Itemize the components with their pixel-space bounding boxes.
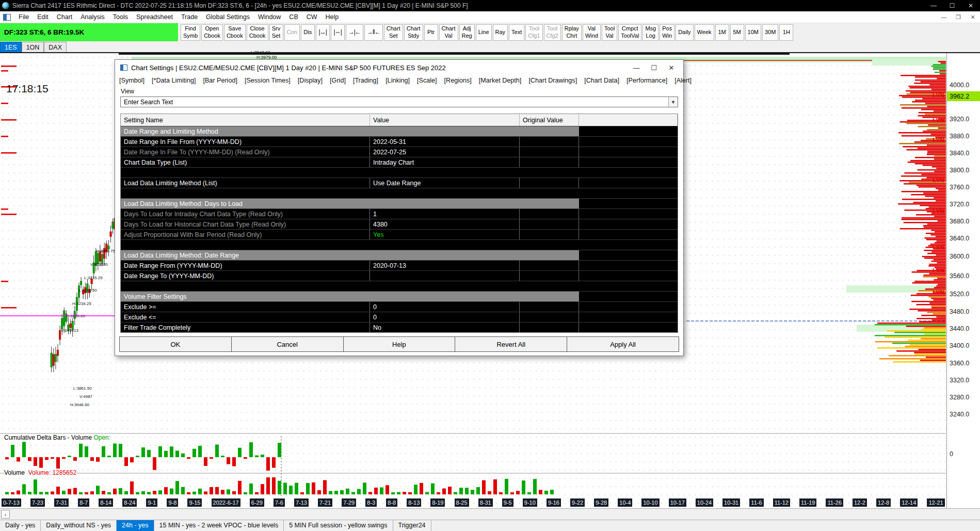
dialog-tab-symbol[interactable]: [Symbol]: [119, 77, 144, 84]
menu-window[interactable]: Window: [254, 12, 285, 22]
dialog-close-button[interactable]: ✕: [663, 64, 680, 72]
chart-tab-1es[interactable]: 1ES: [0, 42, 22, 52]
toolbar-button-10m[interactable]: 10M: [745, 24, 761, 41]
toolbar-button-tool-cfg2[interactable]: ToolCfg2: [544, 24, 561, 41]
chevron-down-icon[interactable]: ▼: [668, 97, 678, 107]
toolbar-button-close-cbook[interactable]: CloseCbook: [247, 24, 268, 41]
minimize-button[interactable]: —: [924, 2, 943, 9]
toolbar-button-msg-log[interactable]: MsgLog: [642, 24, 658, 41]
setting-row-exclude[interactable]: Exclude <=0: [121, 312, 678, 322]
toolbar-increase-bar-spacing-icon[interactable]: |⇔|: [331, 24, 345, 41]
chartbook-tab-15-min-yes-2-week-vpoc-blue-levels[interactable]: 15 MIN - yes - 2 week VPOC - blue levels: [154, 520, 284, 531]
chart-tab-1on[interactable]: 1ON: [22, 42, 44, 52]
toolbar-button-adj-reg[interactable]: AdjReg: [459, 24, 475, 41]
setting-row-adjust-proportional-with-bar-period-read-only[interactable]: Adjust Proportional With Bar Period (Rea…: [121, 229, 678, 239]
toolbar-button-cmpct-toolval[interactable]: CmpctToolVal: [618, 24, 641, 41]
setting-row-date-range-in-file-from-yyyy-mm-dd[interactable]: Date Range In File From (YYYY-MM-DD)2022…: [121, 136, 678, 147]
dialog-tab-grid[interactable]: [Grid]: [330, 77, 346, 84]
revert-all-button[interactable]: Revert All: [455, 337, 567, 351]
dialog-tab-trading[interactable]: [Trading]: [353, 77, 378, 84]
child-minimize-button[interactable]: —: [937, 14, 951, 21]
cancel-button[interactable]: Cancel: [232, 337, 344, 351]
dialog-tab-data-limiting[interactable]: [*Data Limiting]: [152, 77, 196, 84]
toolbar-decrease-bar-spacing-icon[interactable]: |↔|: [316, 24, 330, 41]
chart-tab-dax[interactable]: DAX: [44, 42, 67, 52]
toolbar-button-pos-win[interactable]: PosWin: [660, 24, 674, 41]
child-restore-button[interactable]: ❐: [951, 14, 966, 21]
menu-chart[interactable]: Chart: [53, 12, 77, 22]
toolbar-button-chart-val[interactable]: ChartVal: [439, 24, 458, 41]
toolbar-button-find-symb[interactable]: FindSymb: [181, 24, 200, 41]
dialog-tab-chart-data[interactable]: [Chart Data]: [584, 77, 619, 84]
dialog-tab-scale[interactable]: [Scale]: [417, 77, 437, 84]
price-scale[interactable]: 3962.2 0 4000.03920.03880.03840.03800.03…: [946, 53, 980, 508]
toolbar-button-dis[interactable]: Dis: [301, 24, 315, 41]
maximize-button[interactable]: ☐: [943, 2, 961, 9]
dialog-tab-market-depth[interactable]: [Market Depth]: [479, 77, 522, 84]
dialog-maximize-button[interactable]: ☐: [645, 64, 663, 72]
menu-cw[interactable]: CW: [302, 12, 322, 22]
toolbar-button-1h[interactable]: 1H: [779, 24, 793, 41]
toolbar-button-rplay-chrt[interactable]: RplayChrt: [562, 24, 582, 41]
toolbar-button-chart-stdy[interactable]: ChartStdy: [404, 24, 423, 41]
toolbar-button-week[interactable]: Week: [695, 24, 714, 41]
setting-row-days-to-load-for-historical-chart-data-type-read-only[interactable]: Days To Load for Historical Chart Data T…: [121, 219, 678, 229]
setting-row-date-range-in-file-to-yyyy-mm-dd-read-only[interactable]: Date Range In File To (YYYY-MM-DD) (Read…: [121, 147, 678, 157]
menu-analysis[interactable]: Analysis: [76, 12, 109, 22]
toolbar-widen-bars-icon[interactable]: →‖←: [364, 24, 383, 41]
child-window-icon[interactable]: [3, 14, 11, 21]
toolbar-button-line[interactable]: Line: [476, 24, 492, 41]
setting-row-date-range-from-yyyy-mm-dd[interactable]: Date Range From (YYYY-MM-DD)2020-07-13: [121, 260, 678, 270]
horizontal-scrollbar[interactable]: ‹: [0, 508, 980, 520]
chartbook-tab-trigger24[interactable]: Trigger24: [393, 520, 431, 531]
toolbar-button-srv-set[interactable]: SrvSet: [269, 24, 283, 41]
toolbar-button-chart-set[interactable]: ChartSet: [384, 24, 403, 41]
menu-edit[interactable]: Edit: [33, 12, 53, 22]
setting-row-days-to-load-for-intraday-chart-data-type-read-only[interactable]: Days To Load for Intraday Chart Data Typ…: [121, 208, 678, 219]
dialog-tab-chart-drawings[interactable]: [Chart Drawings]: [528, 77, 577, 84]
dialog-title-bar[interactable]: Chart Settings | ESU2.CME/MESU2.CME [CBV…: [115, 60, 683, 75]
menu-help[interactable]: Help: [322, 12, 343, 22]
toolbar-button-text[interactable]: Text: [509, 24, 524, 41]
toolbar-button-save-cbook[interactable]: SaveCbook: [224, 24, 246, 41]
dialog-tab-regions[interactable]: [Regions]: [444, 77, 472, 84]
chartbook-tab-5-min-full-session-yellow-swings[interactable]: 5 MIN Full session - yellow swings: [284, 520, 393, 531]
close-button[interactable]: ✕: [961, 2, 980, 9]
setting-row-chart-data-type-list[interactable]: Chart Data Type (List)Intraday Chart: [121, 157, 678, 167]
setting-row-filter-trade-completely[interactable]: Filter Trade CompletelyNo: [121, 322, 678, 332]
toolbar-narrow-bars-icon[interactable]: →|←: [346, 24, 363, 41]
scroll-left-icon[interactable]: ‹: [1, 510, 10, 519]
dialog-tab-display[interactable]: [Display]: [298, 77, 323, 84]
toolbar-button-tool-cfg1[interactable]: ToolCfg1: [525, 24, 542, 41]
toolbar-button-tool-val[interactable]: ToolVal: [602, 24, 617, 41]
chartbook-tab-daily-without-ns-yes[interactable]: Daily_without NS - yes: [41, 520, 117, 531]
help-button[interactable]: Help: [344, 337, 456, 351]
chartbook-tab-daily-yes[interactable]: Daily - yes: [0, 520, 41, 531]
menu-file[interactable]: File: [14, 12, 33, 22]
dialog-tab-performance[interactable]: [Performance]: [626, 77, 667, 84]
dialog-tab-session-times[interactable]: [Session Times]: [245, 77, 291, 84]
dialog-tab-bar-period[interactable]: [Bar Period]: [203, 77, 237, 84]
toolbar-button-val-wind[interactable]: ValWind: [583, 24, 601, 41]
toolbar-button-ptr[interactable]: Ptr: [424, 24, 438, 41]
toolbar-button-ray[interactable]: Ray: [493, 24, 508, 41]
dialog-minimize-button[interactable]: —: [628, 64, 645, 72]
toolbar-button-open-cbook[interactable]: OpenCbook: [201, 24, 223, 41]
toolbar-button-5m[interactable]: 5M: [730, 24, 744, 41]
setting-row-load-data-limiting-method-list[interactable]: Load Data Limiting Method (List)Use Date…: [121, 178, 678, 188]
menu-tools[interactable]: Tools: [109, 12, 132, 22]
child-close-button[interactable]: ✕: [966, 14, 980, 21]
dialog-tab-alert[interactable]: [Alert]: [674, 77, 692, 84]
toolbar-button-con[interactable]: Con: [284, 24, 300, 41]
setting-row-date-range-to-yyyy-mm-dd[interactable]: Date Range To (YYYY-MM-DD): [121, 270, 678, 281]
toolbar-button-30m[interactable]: 30M: [762, 24, 778, 41]
menu-spreadsheet[interactable]: Spreadsheet: [132, 12, 177, 22]
apply-all-button[interactable]: Apply All: [567, 337, 679, 351]
ok-button[interactable]: OK: [120, 337, 232, 351]
toolbar-button-1m[interactable]: 1M: [715, 24, 729, 41]
chartbook-tab-24h-yes[interactable]: 24h - yes: [117, 520, 154, 531]
toolbar-button-daily[interactable]: Daily: [676, 24, 693, 41]
menu-global-settings[interactable]: Global Settings: [202, 12, 254, 22]
menu-cb[interactable]: CB: [285, 12, 302, 22]
dialog-tab-linking[interactable]: [Linking]: [385, 77, 410, 84]
